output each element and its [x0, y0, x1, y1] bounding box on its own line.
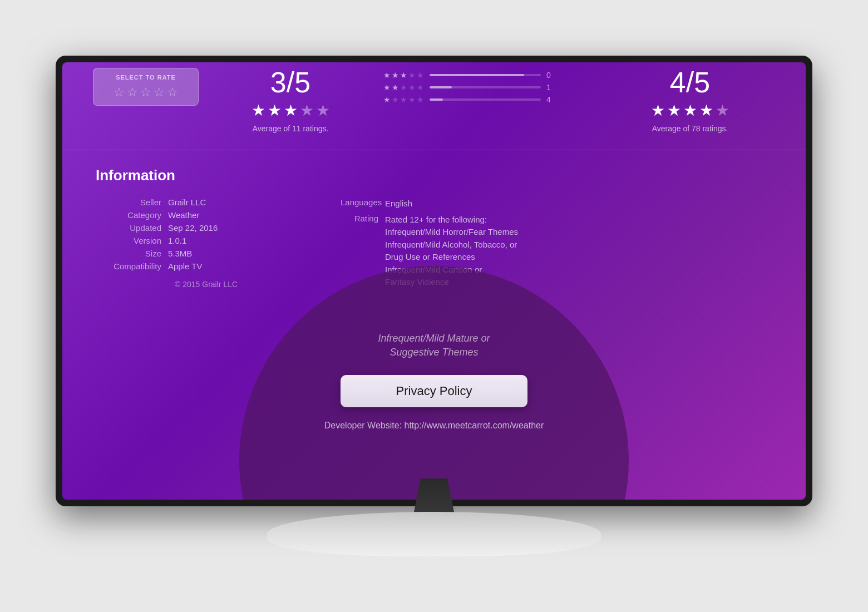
star-1: ☆ — [114, 85, 125, 100]
center-stars: ★ ★ ★ ★ ★ — [207, 101, 374, 120]
info-row-compatibility: Compatibility Apple TV — [96, 261, 307, 271]
c-star-5: ★ — [316, 101, 330, 120]
seller-label: Seller — [96, 198, 168, 207]
developer-website-text: Developer Website: http://www.meetcarrot… — [324, 421, 544, 431]
copyright-text: © 2015 Grailr LLC — [175, 280, 307, 289]
c-star-4: ★ — [300, 101, 314, 120]
star-4: ☆ — [154, 85, 165, 100]
r-star-5: ★ — [716, 101, 729, 120]
bar-track-1 — [430, 98, 541, 101]
bar-fill-1 — [430, 98, 443, 101]
information-title: Information — [96, 167, 772, 184]
right-score: 4/5 — [596, 68, 783, 97]
info-row-size: Size 5.3MB — [96, 249, 307, 258]
bar-count-3: 0 — [546, 71, 558, 80]
info-row-languages: Languages English — [341, 198, 772, 210]
mature-content-text: Infrequent/Mild Mature or — [378, 333, 490, 344]
suggestive-content-text: Suggestive Themes — [389, 347, 478, 358]
select-to-rate-label: SELECT TO RATE — [105, 74, 187, 81]
screen-content: SELECT TO RATE ☆ ☆ ☆ ☆ ☆ 3/5 — [62, 62, 806, 500]
compatibility-value: Apple TV — [168, 261, 202, 271]
updated-label: Updated — [96, 223, 168, 233]
bar-track-3 — [430, 74, 541, 76]
r-star-1: ★ — [651, 101, 665, 120]
privacy-policy-button[interactable]: Privacy Policy — [341, 375, 528, 407]
bar-fill-3 — [430, 74, 524, 76]
rating-line-3: Infrequent/Mild Alcohol, Tobacco, or — [385, 239, 518, 251]
empty-stars: ☆ ☆ ☆ ☆ ☆ — [105, 85, 187, 100]
tv-bezel: SELECT TO RATE ☆ ☆ ☆ ☆ ☆ 3/5 — [56, 56, 812, 506]
rating-select-box[interactable]: SELECT TO RATE ☆ ☆ ☆ ☆ ☆ — [93, 68, 199, 106]
languages-label: Languages — [341, 198, 385, 210]
size-label: Size — [96, 249, 168, 258]
bar-count-1: 4 — [546, 95, 558, 104]
seller-value: Grailr LLC — [168, 198, 206, 207]
star-5: ☆ — [167, 85, 178, 100]
rating-line-4: Drug Use or References — [385, 251, 518, 264]
category-value: Weather — [168, 210, 199, 220]
star-2: ☆ — [127, 85, 138, 100]
center-score: 3/5 — [207, 68, 374, 97]
info-row-seller: Seller Grailr LLC — [96, 198, 307, 207]
bar-row-3: ★ ★ ★ ★ ★ 0 — [385, 71, 585, 80]
rating-left: SELECT TO RATE ☆ ☆ ☆ ☆ ☆ — [85, 68, 207, 106]
rating-right: 4/5 ★ ★ ★ ★ ★ Average of 78 ratings. — [596, 68, 783, 133]
bar-fill-2 — [430, 86, 452, 88]
r-star-2: ★ — [667, 101, 681, 120]
r-star-4: ★ — [699, 101, 713, 120]
compatibility-label: Compatibility — [96, 261, 168, 271]
tv-container: SELECT TO RATE ☆ ☆ ☆ ☆ ☆ 3/5 — [56, 56, 812, 556]
center-avg-text: Average of 11 ratings. — [207, 124, 374, 133]
info-row-version: Version 1.0.1 — [96, 236, 307, 245]
bar-track-2 — [430, 86, 541, 88]
right-avg-text: Average of 78 ratings. — [596, 124, 783, 133]
c-star-3: ★ — [284, 101, 298, 120]
c-star-1: ★ — [251, 101, 265, 120]
bar-2-stars: ★ ★ ★ ★ ★ — [385, 83, 424, 92]
right-stars: ★ ★ ★ ★ ★ — [596, 101, 783, 120]
category-label: Category — [96, 210, 168, 220]
info-row-updated: Updated Sep 22, 2016 — [96, 223, 307, 233]
tv-screen: SELECT TO RATE ☆ ☆ ☆ ☆ ☆ 3/5 — [62, 62, 806, 500]
version-value: 1.0.1 — [168, 236, 186, 245]
info-row-category: Category Weather — [96, 210, 307, 220]
bar-row-1: ★ ★ ★ ★ ★ 4 — [385, 95, 585, 104]
ratings-section: SELECT TO RATE ☆ ☆ ☆ ☆ ☆ 3/5 — [62, 62, 806, 150]
tv-stand-base — [267, 512, 601, 556]
rating-line-1: Rated 12+ for the following: — [385, 214, 518, 226]
rating-center: 3/5 ★ ★ ★ ★ ★ Average of 11 ratings. — [207, 68, 374, 133]
rating-line-2: Infrequent/Mild Horror/Fear Themes — [385, 226, 518, 239]
info-left-col: Seller Grailr LLC Category Weather Updat… — [96, 198, 307, 292]
updated-value: Sep 22, 2016 — [168, 223, 218, 233]
c-star-2: ★ — [268, 101, 282, 120]
bar-count-2: 1 — [546, 83, 558, 92]
rating-bars: ★ ★ ★ ★ ★ 0 — [374, 68, 596, 110]
bar-3-stars: ★ ★ ★ ★ ★ — [385, 71, 424, 80]
bar-row-2: ★ ★ ★ ★ ★ 1 — [385, 83, 585, 92]
version-label: Version — [96, 236, 168, 245]
languages-value: English — [385, 198, 412, 210]
r-star-3: ★ — [683, 101, 697, 120]
bar-1-stars: ★ ★ ★ ★ ★ — [385, 95, 424, 104]
star-3: ☆ — [140, 85, 151, 100]
size-value: 5.3MB — [168, 249, 192, 258]
